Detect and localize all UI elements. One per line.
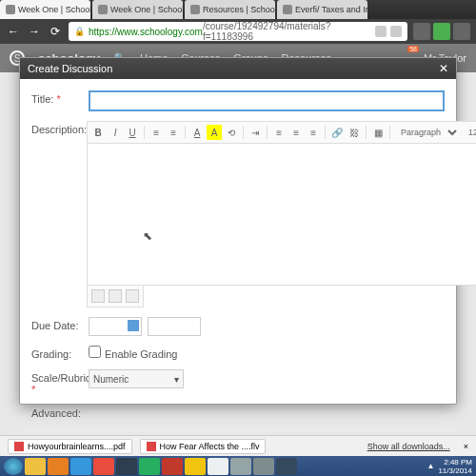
url-host: https://www.schoology.com xyxy=(89,27,203,37)
tab-4[interactable]: Everfi/ Taxes and Insuran× xyxy=(277,0,367,19)
extension-icon[interactable] xyxy=(413,23,430,40)
address-input[interactable]: 🔒 https://www.schoology.com/course/19249… xyxy=(69,22,407,41)
grading-checkbox-label: Enable Grading xyxy=(105,348,177,360)
powerpoint-icon[interactable] xyxy=(162,458,183,475)
menu-icon[interactable] xyxy=(453,23,470,40)
due-date-label: Due Date: xyxy=(31,317,89,331)
number-list-button[interactable]: ≡ xyxy=(166,125,181,140)
clear-format-button[interactable]: ⟲ xyxy=(224,125,239,140)
url-action-icon[interactable] xyxy=(390,26,402,37)
text-color-button[interactable]: A xyxy=(189,125,205,140)
enable-grading-checkbox[interactable] xyxy=(89,346,101,358)
fontsize-select[interactable]: 12 xyxy=(462,126,476,139)
scale-label: Scale/Rubric: * xyxy=(31,369,89,395)
cursor-icon: ⬉ xyxy=(143,229,152,243)
indent-button[interactable]: ⇥ xyxy=(248,125,263,140)
bookmark-icon[interactable] xyxy=(375,26,387,37)
tray-icon[interactable]: ▲ xyxy=(426,462,434,470)
chrome-icon[interactable] xyxy=(208,458,228,475)
url-bar: ← → ⟳ 🔒 https://www.schoology.com/course… xyxy=(0,19,476,44)
italic-button[interactable]: I xyxy=(108,125,123,140)
start-button[interactable] xyxy=(4,458,23,475)
advanced-label: Advanced: xyxy=(31,405,89,419)
lock-icon: 🔒 xyxy=(74,27,85,36)
align-right-button[interactable]: ≡ xyxy=(306,125,321,140)
download-bar: Howyourbrainlearns....pdf How Fear Affec… xyxy=(0,435,476,456)
download-item[interactable]: Howyourbrainlearns....pdf xyxy=(8,439,132,454)
favicon xyxy=(6,5,15,14)
flv-icon xyxy=(147,442,156,451)
tab-label: Week One | Schoology xyxy=(110,5,183,14)
explorer-icon[interactable] xyxy=(25,458,46,475)
app-icon[interactable] xyxy=(230,458,251,475)
modal-title: Create Discussion xyxy=(28,63,112,74)
tab-2[interactable]: Week One | Schoology× xyxy=(92,0,183,19)
forward-button[interactable]: → xyxy=(27,24,42,39)
app-icon[interactable] xyxy=(253,458,274,475)
description-editor[interactable]: ⬉ xyxy=(87,143,476,286)
media-player-icon[interactable] xyxy=(48,458,69,475)
favicon xyxy=(283,5,292,14)
table-button[interactable]: ▦ xyxy=(370,125,386,140)
create-discussion-modal: Create Discussion ✕ Title: * Description… xyxy=(19,57,457,405)
modal-header: Create Discussion ✕ xyxy=(20,58,456,79)
word-icon[interactable] xyxy=(116,458,137,475)
url-path: /course/192492794/materials?f=11183996 xyxy=(203,21,375,42)
download-item[interactable]: How Fear Affects the ....flv xyxy=(140,439,267,454)
grading-label: Grading: xyxy=(31,346,89,360)
tab-3[interactable]: Resources | Schoology× xyxy=(185,0,275,19)
scale-select[interactable]: Numeric▾ xyxy=(89,369,184,388)
firefox-icon[interactable] xyxy=(93,458,114,475)
align-center-button[interactable]: ≡ xyxy=(288,125,304,140)
clock[interactable]: 2:48 PM11/3/2014 xyxy=(438,458,472,475)
chevron-down-icon: ▾ xyxy=(174,374,179,385)
title-input[interactable] xyxy=(89,90,445,111)
tab-label: Week One | Schoology xyxy=(18,5,90,14)
due-date-input[interactable] xyxy=(89,317,142,336)
show-all-downloads[interactable]: Show all downloads... xyxy=(367,442,450,451)
favicon xyxy=(98,5,108,14)
taskbar: ▲ 2:48 PM11/3/2014 xyxy=(0,456,476,476)
paragraph-select[interactable]: Paragraph xyxy=(394,126,460,139)
description-label: Description: xyxy=(31,121,87,135)
editor-toolbar: B I U ≡ ≡ A A ⟲ ⇥ ≡ ≡ ≡ � xyxy=(87,121,476,143)
pdf-icon xyxy=(14,442,24,451)
bullet-list-button[interactable]: ≡ xyxy=(149,125,164,140)
notification-badge[interactable]: 58 xyxy=(407,46,419,52)
extension-icon[interactable] xyxy=(433,23,450,40)
outlook-icon[interactable] xyxy=(185,458,206,475)
close-icon[interactable]: × xyxy=(464,442,468,451)
attachment-bar xyxy=(87,286,144,307)
ie-icon[interactable] xyxy=(70,458,91,475)
attach-link-button[interactable] xyxy=(109,289,122,303)
due-time-input[interactable] xyxy=(148,317,201,336)
reload-button[interactable]: ⟳ xyxy=(48,24,63,39)
tab-label: Everfi/ Taxes and Insuran xyxy=(295,5,367,14)
highlight-button[interactable]: A xyxy=(207,125,222,140)
unlink-button[interactable]: ⛓ xyxy=(347,125,362,140)
underline-button[interactable]: U xyxy=(125,125,140,140)
attach-file-button[interactable] xyxy=(91,289,105,303)
attach-resource-button[interactable] xyxy=(126,289,139,303)
link-button[interactable]: 🔗 xyxy=(329,125,345,140)
back-button[interactable]: ← xyxy=(6,24,21,39)
system-tray: ▲ 2:48 PM11/3/2014 xyxy=(426,458,472,475)
app-icon[interactable] xyxy=(276,458,297,475)
favicon xyxy=(190,5,200,14)
excel-icon[interactable] xyxy=(139,458,160,475)
bold-button[interactable]: B xyxy=(90,125,106,140)
tab-label: Resources | Schoology xyxy=(203,5,275,14)
title-label: Title: * xyxy=(31,90,89,105)
calendar-icon[interactable] xyxy=(128,320,139,331)
tab-1[interactable]: Week One | Schoology× xyxy=(0,0,90,19)
align-left-button[interactable]: ≡ xyxy=(271,125,287,140)
browser-tabs: Week One | Schoology× Week One | Schoolo… xyxy=(0,0,476,19)
close-icon[interactable]: ✕ xyxy=(439,62,448,75)
